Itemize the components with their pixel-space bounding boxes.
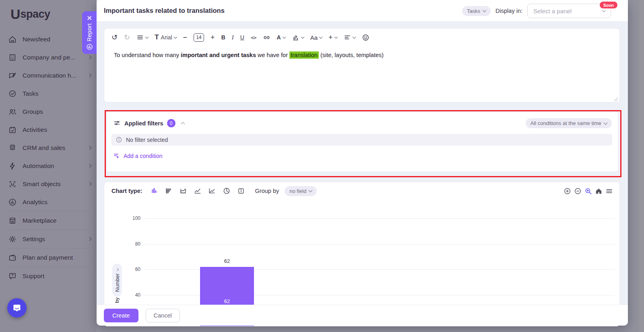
applied-filters-header: Applied filters 0 All conditions at the …: [107, 112, 618, 128]
chart-type-label: Chart type:: [111, 188, 142, 194]
line-height-button[interactable]: [136, 34, 148, 41]
report-chart-icon: [86, 43, 93, 50]
entity-type-chip[interactable]: Tasks: [462, 6, 491, 16]
no-filter-text: No filter selected: [126, 137, 168, 143]
chart-type-pie-button[interactable]: [222, 186, 231, 195]
font-size-value[interactable]: 14: [194, 33, 204, 42]
gridline: [144, 218, 615, 219]
create-button[interactable]: Create: [104, 309, 138, 322]
trend-chart-icon: [208, 187, 216, 195]
close-icon[interactable]: ✕: [87, 15, 92, 22]
cancel-button[interactable]: Cancel: [146, 309, 180, 322]
italic-button[interactable]: I: [232, 34, 234, 41]
chevron-up-icon[interactable]: [181, 122, 185, 126]
bar-base-value-label: 62: [200, 298, 254, 304]
y-axis-label-prefix: by: [114, 297, 120, 303]
text-color-button[interactable]: A: [277, 34, 285, 41]
page-title: Important tasks related to translations: [104, 7, 225, 14]
chart-menu-button[interactable]: [605, 187, 613, 195]
header-controls: Tasks Display in: Select a panel Soon: [462, 0, 611, 22]
align-left-icon: [344, 34, 351, 41]
horizontal-bar-chart-icon: [165, 187, 173, 195]
filter-sliders-icon: [113, 119, 121, 127]
entity-type-chip-label: Tasks: [467, 8, 480, 14]
number-card-icon: [237, 187, 245, 195]
chevron-down-icon: [483, 8, 487, 12]
align-button[interactable]: [344, 34, 355, 41]
bold-button[interactable]: B: [221, 34, 225, 41]
reset-home-button[interactable]: [595, 187, 603, 195]
chart-type-horizontal-bar-button[interactable]: [164, 186, 173, 195]
highlight-color-button[interactable]: [292, 34, 304, 41]
chart-type-number-button[interactable]: [237, 186, 246, 195]
zoom-out-button[interactable]: [574, 187, 582, 195]
description-text-area[interactable]: To understand how many important and urg…: [104, 46, 619, 103]
font-size-increase-button[interactable]: +: [211, 34, 215, 41]
chart-type-area-button[interactable]: [179, 186, 188, 195]
highlight-icon: [292, 34, 299, 41]
description-text: To understand how many: [114, 52, 181, 58]
display-in-label: Display in:: [495, 8, 522, 14]
group-by-select[interactable]: no field: [285, 186, 317, 196]
chevron-down-icon: [604, 121, 608, 125]
no-filter-banner: No filter selected: [111, 134, 612, 146]
panel-select-placeholder: Select a panel: [533, 8, 572, 14]
panel-select[interactable]: Select a panel Soon: [527, 4, 611, 18]
group-by-value: no field: [289, 188, 306, 194]
font-family-value: Arial: [161, 34, 172, 41]
gridline: [144, 244, 615, 244]
selection-zoom-button[interactable]: [584, 187, 592, 195]
bar-value-label: 62: [200, 258, 254, 264]
applied-filters-title: Applied filters: [124, 120, 163, 127]
zoom-out-icon: [574, 187, 582, 195]
chevron-down-icon: [282, 35, 285, 38]
zoom-in-button[interactable]: [564, 187, 571, 195]
chart-type-line2-button[interactable]: [208, 186, 217, 195]
font-size-decrease-button[interactable]: −: [183, 34, 188, 41]
chevron-right-icon: [116, 268, 119, 271]
conditions-mode-select[interactable]: All conditions at the same time: [526, 118, 612, 128]
chart-type-line-button[interactable]: [193, 186, 202, 195]
conditions-mode-label: All conditions at the same time: [530, 120, 601, 126]
font-family-button[interactable]: T Arial: [155, 33, 176, 41]
emoji-button[interactable]: [362, 34, 369, 41]
undo-button[interactable]: ↺: [111, 34, 118, 41]
text-case-icon: Aa: [310, 34, 318, 41]
report-modal: ✕ Report Important tasks related to tran…: [97, 0, 628, 326]
chevron-down-icon: [173, 35, 177, 38]
pie-chart-icon: [223, 187, 231, 195]
code-button[interactable]: <>: [251, 35, 256, 41]
chart-toolbar: [564, 187, 613, 195]
y-axis-field-select[interactable]: Number: [112, 264, 122, 297]
chart-type-bar-button[interactable]: [150, 186, 159, 195]
chevron-down-icon: [301, 35, 304, 38]
chat-bubble-icon: [12, 303, 22, 313]
redo-button[interactable]: ↻: [124, 34, 130, 41]
chevron-down-icon: [145, 35, 149, 38]
chevron-down-icon: [334, 35, 337, 38]
report-tab[interactable]: ✕ Report: [82, 11, 97, 54]
applied-filters-card: Applied filters 0 All conditions at the …: [106, 111, 619, 172]
text-case-button[interactable]: Aa: [310, 34, 322, 41]
hamburger-menu-icon: [605, 187, 613, 195]
insert-button[interactable]: +: [328, 34, 337, 41]
plus-icon: +: [328, 34, 333, 41]
editor-toolbar: ↺ ↻ T Arial − 14 + B I U <>: [104, 29, 619, 46]
chevron-down-icon: [602, 8, 606, 12]
page: Uspacy Newsfeed Company and pe... Commun…: [0, 0, 644, 332]
add-condition-button[interactable]: Add a condition: [113, 152, 163, 160]
description-text-bold: important and urgent tasks: [181, 52, 256, 58]
description-text: we have for: [256, 52, 289, 58]
underline-button[interactable]: U: [240, 34, 244, 41]
chat-widget-button[interactable]: [7, 298, 27, 318]
resize-handle[interactable]: [614, 97, 618, 101]
y-axis-tick-label: 100: [116, 215, 140, 221]
home-icon: [595, 187, 603, 195]
chevron-down-icon: [309, 189, 313, 193]
link-button[interactable]: [263, 34, 270, 41]
modal-header: Important tasks related to translations …: [97, 0, 628, 22]
chevron-down-icon: [319, 35, 322, 38]
description-text: (site, layouts, templates): [319, 52, 384, 58]
y-axis-tick-label: 80: [116, 241, 140, 247]
y-axis-field-value: Number: [114, 273, 120, 292]
